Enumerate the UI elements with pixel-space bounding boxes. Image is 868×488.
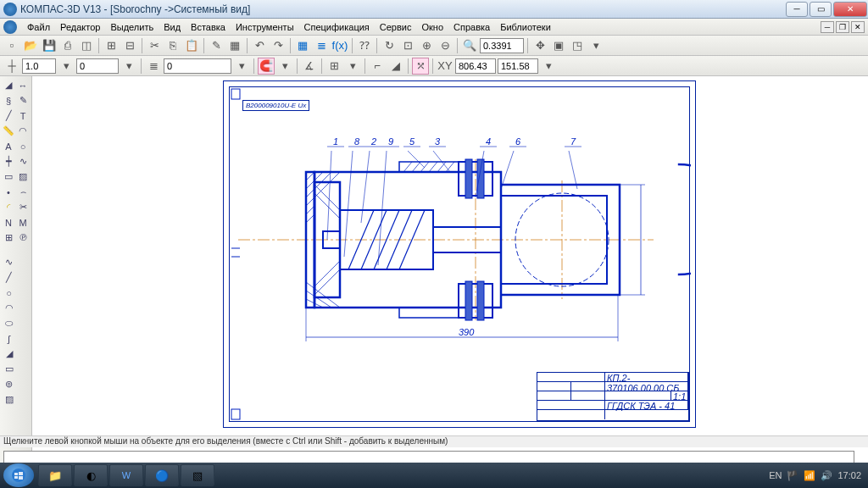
zoom-button[interactable]: 🔍 xyxy=(461,37,478,54)
copy-button[interactable]: ⎘ xyxy=(164,37,181,54)
menu-tools[interactable]: Инструменты xyxy=(231,20,299,34)
window-button[interactable]: ◳ xyxy=(569,37,586,54)
segment-tool[interactable]: ╱ xyxy=(2,270,16,285)
pan-button[interactable]: ✥ xyxy=(531,37,548,54)
start-button[interactable] xyxy=(3,463,34,487)
linetype-icon[interactable]: ┼ xyxy=(3,58,20,75)
lineweight-input[interactable] xyxy=(22,58,56,74)
task-explorer[interactable]: 📁 xyxy=(38,464,72,486)
open-button[interactable]: 📂 xyxy=(22,37,39,54)
linetype-input[interactable] xyxy=(76,58,119,74)
tree-button[interactable]: ⊟ xyxy=(121,37,138,54)
spline2-tool[interactable]: ∿ xyxy=(2,255,16,269)
tray-network-icon[interactable]: 📶 xyxy=(804,470,815,481)
print-button[interactable]: ⎙ xyxy=(59,37,76,54)
text-tool[interactable]: T xyxy=(16,108,30,123)
dropdown-icon[interactable]: ▾ xyxy=(120,58,137,75)
maximize-button[interactable]: ▭ xyxy=(810,2,832,17)
arc2-tool[interactable]: ◠ xyxy=(2,301,16,315)
fit-button[interactable]: ▣ xyxy=(550,37,567,54)
preview-button[interactable]: ◫ xyxy=(78,37,95,54)
zoom-in-button[interactable]: ⊕ xyxy=(418,37,435,54)
menu-editor[interactable]: Редактор xyxy=(55,20,105,34)
mdi-restore-button[interactable]: ❐ xyxy=(836,21,849,33)
spline-tool[interactable]: ∿ xyxy=(16,154,30,169)
system-tray[interactable]: EN 🏴 📶 🔊 17:02 xyxy=(769,470,868,481)
menu-view[interactable]: Вид xyxy=(159,20,186,34)
library-tool[interactable]: ⊞ xyxy=(2,230,15,245)
layers-button[interactable]: ≣ xyxy=(313,37,330,54)
snap-button[interactable]: 🧲 xyxy=(258,58,275,75)
menu-select[interactable]: Выделить xyxy=(105,20,159,34)
save-button[interactable]: 💾 xyxy=(41,37,58,54)
cut-button[interactable]: ✂ xyxy=(146,37,163,54)
menu-help[interactable]: Справка xyxy=(448,20,495,34)
hatch-tool[interactable]: ▨ xyxy=(16,169,30,184)
a-tool[interactable]: A xyxy=(2,139,15,153)
tray-clock[interactable]: 17:02 xyxy=(837,470,861,480)
trim-tool[interactable]: ✂ xyxy=(16,200,30,214)
circle2-tool[interactable]: ○ xyxy=(2,286,16,300)
redo-button[interactable]: ↷ xyxy=(270,37,287,54)
undo-button[interactable]: ↶ xyxy=(251,37,268,54)
task-kompas[interactable]: ◐ xyxy=(74,464,108,486)
symbol-tool[interactable]: § xyxy=(2,93,15,108)
help-pointer-button[interactable]: ⁇ xyxy=(356,37,373,54)
layer-input[interactable] xyxy=(164,58,231,74)
layer-icon[interactable]: ≣ xyxy=(145,58,162,75)
circle-tool[interactable]: ○ xyxy=(16,139,30,153)
zoom-window-button[interactable]: ⊡ xyxy=(399,37,416,54)
mdi-minimize-button[interactable]: ─ xyxy=(821,21,834,33)
task-chrome[interactable]: 🔵 xyxy=(145,464,179,486)
rect-tool[interactable]: ▭ xyxy=(2,169,15,184)
arc-tool[interactable]: ◠ xyxy=(16,124,30,138)
refresh-icon[interactable]: ↻ xyxy=(381,37,398,54)
task-word[interactable]: W xyxy=(109,464,143,486)
contour-tool[interactable]: ▨ xyxy=(2,392,16,407)
dropdown-icon[interactable]: ▾ xyxy=(233,58,250,75)
smooth-tool[interactable]: ⌢ xyxy=(16,185,30,199)
dropdown-icon[interactable]: ▾ xyxy=(540,58,557,75)
dropdown-icon[interactable]: ▾ xyxy=(587,37,604,54)
dropdown-icon[interactable]: ▾ xyxy=(276,58,293,75)
equidist-tool[interactable]: ⊚ xyxy=(2,377,16,391)
zoom-input[interactable] xyxy=(480,38,524,53)
edit-tool[interactable]: ✎ xyxy=(16,93,30,108)
measure-tool[interactable]: 📏 xyxy=(2,124,15,138)
fillet-tool[interactable]: ◜ xyxy=(2,200,15,214)
menu-spec[interactable]: Спецификация xyxy=(299,20,375,34)
zoom-out-button[interactable]: ⊖ xyxy=(437,37,453,54)
param-tool[interactable]: ℗ xyxy=(16,230,30,245)
drawing-canvas[interactable]: B200009010U-E Ux xyxy=(32,76,868,466)
point-tool[interactable]: • xyxy=(2,185,15,199)
local-cs-button[interactable]: ⤱ xyxy=(412,58,429,75)
geometry-tool[interactable]: ◢ xyxy=(2,78,15,92)
tray-flag-icon[interactable]: 🏴 xyxy=(787,470,798,481)
grid-button[interactable]: ⊞ xyxy=(326,58,342,75)
dropdown-icon[interactable]: ▾ xyxy=(58,58,75,75)
round-button[interactable]: ◢ xyxy=(387,58,404,75)
rect2-tool[interactable]: ▭ xyxy=(2,362,16,376)
menu-service[interactable]: Сервис xyxy=(375,20,417,34)
minimize-button[interactable]: ─ xyxy=(786,2,808,17)
close-button[interactable]: ✕ xyxy=(833,2,867,17)
angle-button[interactable]: ∡ xyxy=(301,58,318,75)
m-tool[interactable]: M xyxy=(16,215,30,230)
paste-button[interactable]: 📋 xyxy=(183,37,200,54)
mdi-close-button[interactable]: ✕ xyxy=(851,21,865,33)
brush-button[interactable]: ✎ xyxy=(208,37,225,54)
line-tool[interactable]: ╱ xyxy=(2,108,15,123)
menu-file[interactable]: Файл xyxy=(22,20,55,34)
bezier-tool[interactable]: ∫ xyxy=(2,331,16,346)
coord-y-input[interactable] xyxy=(498,58,538,74)
views-button[interactable]: ▦ xyxy=(294,37,311,54)
tray-lang[interactable]: EN xyxy=(769,470,782,480)
properties-button[interactable]: ▦ xyxy=(226,37,243,54)
dim-tool[interactable]: ↔ xyxy=(16,78,30,92)
menu-libs[interactable]: Библиотеки xyxy=(495,20,556,34)
task-app[interactable]: ▧ xyxy=(181,464,214,486)
menu-window[interactable]: Окно xyxy=(416,20,448,34)
menu-insert[interactable]: Вставка xyxy=(186,20,231,34)
manager-button[interactable]: ⊞ xyxy=(103,37,120,54)
ortho-button[interactable]: ⌐ xyxy=(369,58,386,75)
